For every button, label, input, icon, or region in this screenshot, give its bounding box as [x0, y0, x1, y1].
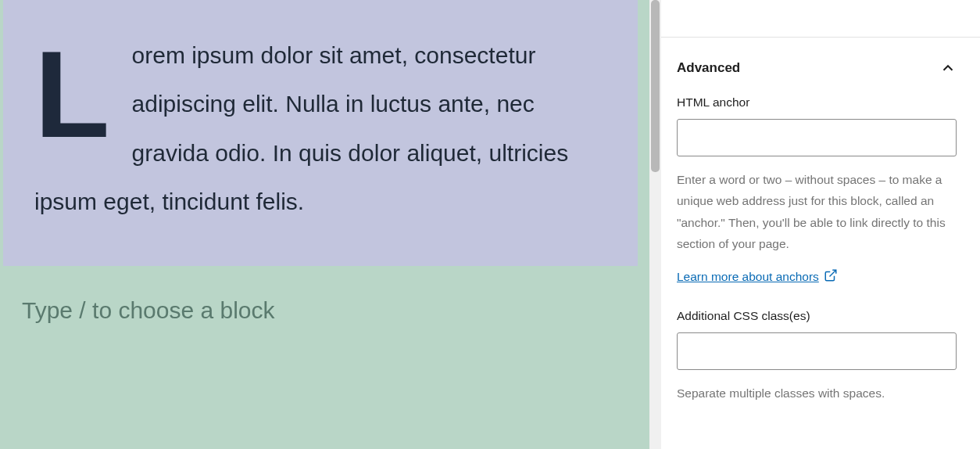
html-anchor-input[interactable] — [677, 119, 957, 156]
dropcap-letter: L — [34, 41, 110, 148]
settings-sidebar: Advanced HTML anchor Enter a word or two… — [653, 0, 980, 449]
paragraph-block[interactable]: L orem ipsum dolor sit amet, consectetur… — [3, 0, 638, 266]
paragraph-text: orem ipsum dolor sit amet, consectetur a… — [34, 31, 606, 227]
advanced-panel: Advanced HTML anchor Enter a word or two… — [653, 38, 980, 427]
css-classes-input[interactable] — [677, 332, 957, 370]
advanced-panel-title: Advanced — [677, 60, 740, 76]
chevron-up-icon — [939, 59, 957, 77]
html-anchor-help: Enter a word or two – without spaces – t… — [677, 169, 957, 254]
learn-more-link-text: Learn more about anchors — [677, 270, 819, 284]
editor-scroll-container: L orem ipsum dolor sit amet, consectetur… — [0, 0, 641, 449]
placeholder-text: Type / to choose a block — [22, 297, 275, 323]
editor-scrollbar-thumb[interactable] — [651, 0, 660, 172]
learn-more-anchors-link[interactable]: Learn more about anchors — [677, 268, 838, 286]
html-anchor-label: HTML anchor — [677, 95, 957, 110]
sidebar-top-section — [653, 0, 980, 38]
new-block-placeholder[interactable]: Type / to choose a block — [0, 266, 641, 324]
advanced-panel-toggle[interactable]: Advanced — [677, 59, 957, 77]
html-anchor-field-group: HTML anchor Enter a word or two – withou… — [677, 95, 957, 286]
css-classes-help: Separate multiple classes with spaces. — [677, 383, 957, 404]
css-classes-label: Additional CSS class(es) — [677, 309, 957, 323]
editor-canvas: L orem ipsum dolor sit amet, consectetur… — [0, 0, 653, 449]
external-link-icon — [824, 268, 838, 286]
css-classes-field-group: Additional CSS class(es) Separate multip… — [677, 309, 957, 404]
editor-scrollbar-track[interactable] — [649, 0, 661, 449]
svg-line-0 — [829, 270, 835, 276]
paragraph-content[interactable]: L orem ipsum dolor sit amet, consectetur… — [34, 31, 606, 227]
